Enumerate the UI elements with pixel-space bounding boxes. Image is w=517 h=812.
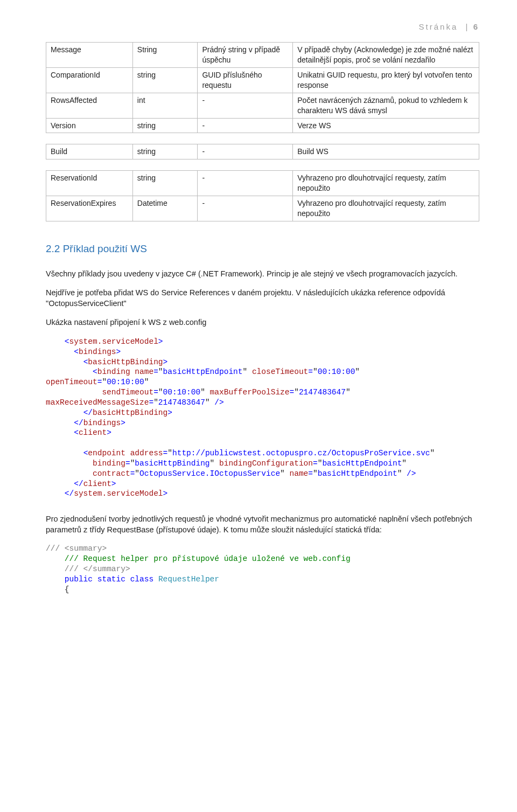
cell: Version: [46, 118, 133, 133]
code-block-csharp: /// <summary> /// Request helper pro pří…: [46, 544, 479, 594]
cell: Vyhrazeno pro dlouhotrvající requesty, z…: [293, 196, 479, 221]
cell: ReservationExpires: [46, 196, 133, 221]
cell: Build WS: [293, 144, 479, 159]
cell: V případě chyby (Acknowledge) je zde mož…: [293, 43, 479, 68]
table-row: ComparationId string GUID příslušného re…: [46, 68, 479, 93]
cell: String: [132, 43, 198, 68]
table-row: ReservationId string - Vyhrazeno pro dlo…: [46, 171, 479, 196]
cell: -: [198, 118, 293, 133]
cell: string: [132, 118, 198, 133]
cell: Vyhrazeno pro dlouhotrvající requesty, z…: [293, 171, 479, 196]
cell: string: [132, 68, 198, 93]
table-1: Message String Prádný string v případě ú…: [46, 42, 479, 133]
cell: Prádný string v případě úspěchu: [198, 43, 293, 68]
cell: string: [132, 171, 198, 196]
cell: Počet navrácených záznamů, pokud to vzhl…: [293, 93, 479, 118]
cell: string: [132, 144, 198, 159]
paragraph: Nejdříve je potřeba přidat WS do Service…: [46, 288, 479, 309]
table-2: Build string - Build WS: [46, 144, 479, 159]
cell: Build: [46, 144, 133, 159]
cell: -: [198, 93, 293, 118]
cell: Datetime: [132, 196, 198, 221]
cell: Unikatni GUID requestu, pro který byl vo…: [293, 68, 479, 93]
table-row: RowsAffected int - Počet navrácených záz…: [46, 93, 479, 118]
paragraph: Pro zjednodušení tvorby jednotlivých req…: [46, 514, 479, 535]
cell: -: [198, 196, 293, 221]
page-header: Stránka | 6: [46, 22, 479, 32]
paragraph: Všechny příklady jsou uvedeny v jazyce C…: [46, 269, 479, 280]
table-row: Message String Prádný string v případě ú…: [46, 43, 479, 68]
table-3: ReservationId string - Vyhrazeno pro dlo…: [46, 170, 479, 221]
table-row: Version string - Verze WS: [46, 118, 479, 133]
cell: ReservationId: [46, 171, 133, 196]
code-block-xml: <system.serviceModel> <bindings> <basicH…: [46, 337, 479, 499]
cell: -: [198, 171, 293, 196]
cell: Message: [46, 43, 133, 68]
cell: ComparationId: [46, 68, 133, 93]
cell: Verze WS: [293, 118, 479, 133]
cell: int: [132, 93, 198, 118]
page-header-label: Stránka: [419, 22, 458, 31]
cell: -: [198, 144, 293, 159]
paragraph: Ukázka nastavení připojení k WS z web.co…: [46, 317, 479, 328]
cell: GUID příslušného requestu: [198, 68, 293, 93]
table-row: ReservationExpires Datetime - Vyhrazeno …: [46, 196, 479, 221]
table-row: Build string - Build WS: [46, 144, 479, 159]
page-header-number: 6: [473, 22, 479, 31]
cell: RowsAffected: [46, 93, 133, 118]
section-heading: 2.2 Příklad použití WS: [46, 242, 479, 256]
